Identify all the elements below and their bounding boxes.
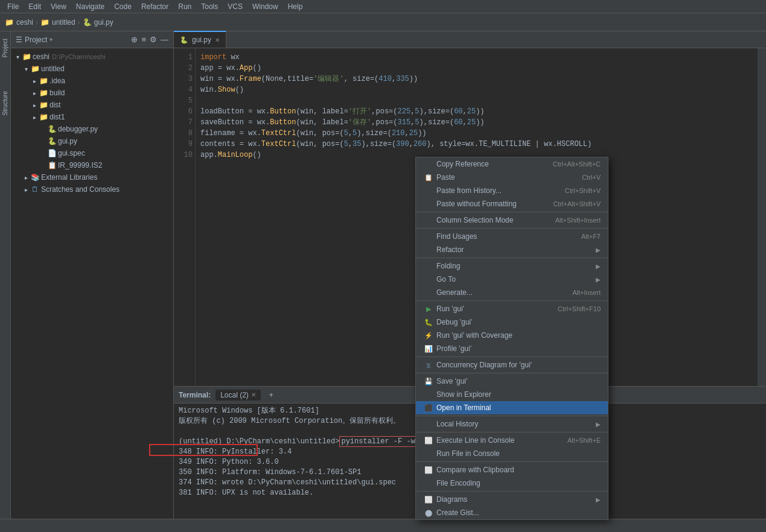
folder-icon-dist: 📁: [39, 101, 48, 109]
spec-icon: 📄: [47, 149, 57, 157]
ctx-paste-no-format[interactable]: Paste without Formatting Ctrl+Alt+Shift+…: [416, 197, 608, 211]
ctx-copy-reference-shortcut: Ctrl+Alt+Shift+C: [553, 160, 601, 168]
project-tree: ▾ 📁 ceshi D:\PyCharm\ceshi ▾ 📁 untitled …: [11, 48, 173, 519]
ctx-file-encoding[interactable]: File Encoding: [416, 477, 608, 490]
side-tabs: Project Structure: [0, 31, 11, 519]
project-hide-icon[interactable]: —: [161, 35, 168, 44]
ctx-execute-console[interactable]: ⬜ Execute Line in Console Alt+Shift+E: [416, 434, 608, 447]
code-line-9: contents = wx.TextCtrl(win, pos=(5,35),s…: [200, 139, 753, 150]
ctx-save-gui[interactable]: 💾 Save 'gui': [416, 375, 608, 388]
ctx-local-history-label: Local History: [436, 420, 593, 428]
ctx-copy-reference-label: Copy Reference: [436, 160, 546, 168]
terminal-add-button[interactable]: +: [266, 390, 277, 401]
tree-item-debugger[interactable]: 🐍 debugger.py: [11, 123, 173, 135]
tree-item-guispec[interactable]: 📄 gui.spec: [11, 147, 173, 159]
code-line-8: filename = wx.TextCtrl(win, pos=(5,5),si…: [200, 128, 753, 139]
project-locate-icon[interactable]: ⊕: [131, 35, 138, 44]
tree-item-build[interactable]: ▸ 📁 build: [11, 87, 173, 99]
scratch-icon: 🗒: [30, 185, 40, 194]
ctx-paste-label: Paste: [436, 173, 575, 182]
tab-bar: 🐍 gui.py ✕: [174, 31, 766, 48]
tree-item-untitled[interactable]: ▾ 📁 untitled: [11, 63, 173, 75]
menu-code[interactable]: Code: [109, 1, 136, 12]
ctx-diagrams[interactable]: ⬜ Diagrams ▶: [416, 493, 608, 506]
ctx-concurrency-gui[interactable]: ⧖ Concurrency Diagram for 'gui': [416, 358, 608, 372]
tree-item-scratches[interactable]: ▸ 🗒 Scratches and Consoles: [11, 183, 173, 195]
ctx-local-history-arrow: ▶: [596, 421, 601, 428]
code-line-1: import wx: [200, 52, 753, 63]
tree-label-scratches: Scratches and Consoles: [41, 185, 120, 194]
breadcrumb-guipy[interactable]: gui.py: [94, 18, 113, 27]
ctx-paste-no-format-label: Paste without Formatting: [436, 200, 546, 208]
editor-tab-guipy[interactable]: 🐍 gui.py ✕: [174, 31, 226, 48]
folder-icon-build: 📁: [39, 89, 48, 97]
ctx-paste[interactable]: 📋 Paste Ctrl+V: [416, 171, 608, 184]
tree-item-dist1[interactable]: ▸ 📁 dist1: [11, 111, 173, 123]
ctx-generate-label: Generate...: [436, 288, 565, 297]
ctx-paste-history[interactable]: Paste from History... Ctrl+Shift+V: [416, 184, 608, 197]
tree-item-extlibs[interactable]: ▸ 📚 External Libraries: [11, 171, 173, 183]
ctx-debug-gui[interactable]: 🐛 Debug 'gui': [416, 315, 608, 329]
sidebar-tab-structure[interactable]: Structure: [1, 86, 10, 121]
project-gear-icon[interactable]: ⚙: [150, 35, 157, 44]
terminal-tab-local[interactable]: Local (2) ✕: [215, 390, 261, 401]
ctx-divider-9: [416, 461, 608, 462]
tree-arrow-build: ▸: [30, 90, 39, 97]
menu-run[interactable]: Run: [173, 1, 196, 12]
tree-item-guipy[interactable]: 🐍 gui.py: [11, 135, 173, 147]
ctx-create-gist[interactable]: ⬤ Create Gist...: [416, 506, 608, 519]
menu-view[interactable]: View: [46, 1, 71, 12]
code-line-6: loadButton = wx.Button(win, label='打开',p…: [200, 106, 753, 117]
editor-scrollbar[interactable]: [758, 48, 766, 386]
ctx-open-terminal[interactable]: ⬛ Open in Terminal: [416, 401, 608, 414]
tree-item-dist[interactable]: ▸ 📁 dist: [11, 99, 173, 111]
ctx-copy-reference[interactable]: Copy Reference Ctrl+Alt+Shift+C: [416, 157, 608, 171]
ctx-generate[interactable]: Generate... Alt+Insert: [416, 286, 608, 299]
code-line-3: win = wx.Frame(None,title='编辑器', size=(4…: [200, 74, 753, 84]
ctx-column-mode-label: Column Selection Mode: [436, 216, 548, 224]
ctx-run-gui-label: Run 'gui': [436, 305, 551, 313]
ctx-find-usages[interactable]: Find Usages Alt+F7: [416, 230, 608, 243]
tree-item-idea[interactable]: ▸ 📁 .idea: [11, 75, 173, 87]
ctx-compare-clipboard[interactable]: ⬜ Compare with Clipboard: [416, 463, 608, 477]
ctx-folding[interactable]: Folding ▶: [416, 259, 608, 273]
menu-file[interactable]: File: [2, 1, 24, 12]
breadcrumb-untitled[interactable]: untitled: [52, 18, 75, 27]
ctx-run-gui[interactable]: ▶ Run 'gui' Ctrl+Shift+F10: [416, 302, 608, 315]
ctx-coverage-gui-label: Run 'gui' with Coverage: [436, 331, 601, 340]
menu-navigate[interactable]: Navigate: [71, 1, 109, 12]
menu-refactor[interactable]: Refactor: [136, 1, 173, 12]
menu-vcs[interactable]: VCS: [223, 1, 247, 12]
tree-arrow-dist: ▸: [30, 102, 39, 109]
menu-window[interactable]: Window: [247, 1, 283, 12]
menu-edit[interactable]: Edit: [24, 1, 46, 12]
ctx-save-icon: 💾: [423, 378, 434, 385]
tree-label-idea: .idea: [49, 77, 65, 85]
ctx-generate-shortcut: Alt+Insert: [572, 289, 601, 296]
ctx-goto[interactable]: Go To ▶: [416, 273, 608, 286]
ctx-run-console[interactable]: Run File in Console: [416, 447, 608, 460]
tree-item-ceshi[interactable]: ▾ 📁 ceshi D:\PyCharm\ceshi: [11, 51, 173, 63]
ctx-folding-arrow: ▶: [596, 263, 601, 270]
ctx-coverage-gui[interactable]: ⚡ Run 'gui' with Coverage: [416, 329, 608, 342]
menu-tools[interactable]: Tools: [196, 1, 223, 12]
breadcrumb-ceshi[interactable]: ceshi: [16, 18, 33, 27]
menu-help[interactable]: Help: [283, 1, 308, 12]
main-layout: Project Structure ☰ Project ▾ ⊕ ≡ ⚙ — ▾ …: [0, 31, 766, 519]
ctx-compare-clipboard-icon: ⬜: [423, 466, 434, 474]
terminal-tab-close[interactable]: ✕: [251, 391, 256, 398]
tree-item-ir[interactable]: 📋 IR_99999.IS2: [11, 159, 173, 171]
ctx-local-history[interactable]: Local History ▶: [416, 417, 608, 431]
ctx-diagrams-label: Diagrams: [436, 495, 593, 504]
tree-arrow-idea: ▸: [30, 78, 39, 84]
menu-bar: File Edit View Navigate Code Refactor Ru…: [0, 0, 766, 13]
tab-close-guipy[interactable]: ✕: [215, 37, 220, 43]
ctx-refactor[interactable]: Refactor ▶: [416, 243, 608, 256]
project-settings-icon[interactable]: ≡: [141, 35, 146, 44]
sidebar-tab-project[interactable]: Project: [1, 34, 10, 62]
ctx-create-gist-label: Create Gist...: [436, 508, 601, 517]
ctx-show-explorer[interactable]: Show in Explorer: [416, 388, 608, 401]
ctx-profile-gui[interactable]: 📊 Profile 'gui': [416, 342, 608, 355]
ctx-divider-2: [416, 228, 608, 229]
ctx-column-mode[interactable]: Column Selection Mode Alt+Shift+Insert: [416, 214, 608, 227]
